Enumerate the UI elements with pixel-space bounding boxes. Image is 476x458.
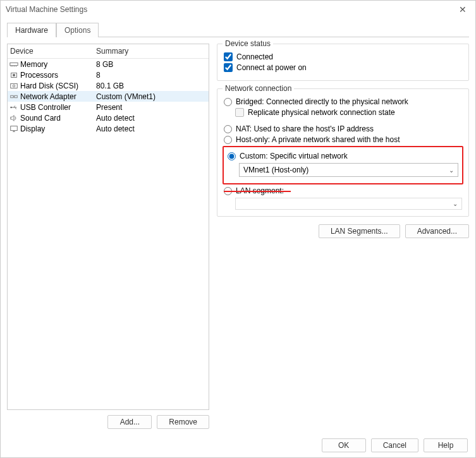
device-summary: 80.1 GB: [96, 81, 124, 90]
custom-label: Custom: Specific virtual network: [240, 152, 348, 160]
chevron-down-icon: ⌄: [449, 167, 454, 174]
sound-icon: [9, 114, 19, 123]
memory-icon: [9, 60, 19, 69]
device-summary: 8 GB: [96, 60, 113, 69]
device-name: Memory: [20, 60, 96, 69]
chevron-down-icon: ⌄: [453, 200, 458, 207]
device-name: Hard Disk (SCSI): [20, 81, 96, 90]
cancel-button[interactable]: Cancel: [371, 438, 418, 452]
device-row-sound[interactable]: Sound Card Auto detect: [8, 112, 209, 123]
device-name: Sound Card: [20, 114, 96, 123]
device-row-memory[interactable]: Memory 8 GB: [8, 59, 209, 69]
device-status-group: Device status Connected Connect at power…: [217, 44, 469, 81]
svg-marker-16: [11, 115, 14, 121]
lansegment-label: LAN segment:: [236, 186, 284, 195]
replicate-label: Replicate physical network connection st…: [248, 108, 395, 117]
device-row-harddisk[interactable]: Hard Disk (SCSI) 80.1 GB: [8, 80, 209, 91]
replicate-checkbox: [235, 108, 244, 117]
help-button[interactable]: Help: [424, 438, 468, 452]
custom-vmnet-value: VMnet1 (Host-only): [243, 166, 308, 174]
hostonly-radio[interactable]: [224, 136, 232, 144]
custom-vmnet-dropdown[interactable]: VMnet1 (Host-only) ⌄: [239, 163, 458, 177]
bridged-label: Bridged: Connected directly to the physi…: [236, 97, 408, 106]
nat-radio[interactable]: [224, 125, 232, 133]
svg-rect-9: [11, 95, 13, 98]
device-list: Device Summary Memory 8 GB Processors 8 …: [7, 44, 209, 410]
device-row-network[interactable]: Network Adapter Custom (VMnet1): [8, 91, 209, 102]
device-name: Processors: [20, 71, 96, 80]
custom-radio[interactable]: [228, 152, 236, 160]
lan-segments-button[interactable]: LAN Segments...: [319, 224, 400, 238]
tab-options[interactable]: Options: [56, 23, 99, 37]
svg-point-8: [13, 85, 15, 87]
device-row-processors[interactable]: Processors 8: [8, 69, 209, 80]
cpu-icon: [9, 71, 19, 80]
svg-rect-6: [13, 74, 15, 76]
device-header-device: Device: [8, 47, 96, 56]
nat-label: NAT: Used to share the host's IP address: [236, 124, 374, 133]
custom-highlight: Custom: Specific virtual network VMnet1 …: [223, 146, 463, 184]
device-summary: 8: [96, 71, 101, 80]
device-summary: Auto detect: [96, 124, 135, 133]
lansegment-dropdown: ⌄: [235, 198, 462, 210]
device-row-usb[interactable]: USB Controller Present: [8, 102, 209, 112]
close-icon[interactable]: ✕: [450, 4, 475, 15]
svg-rect-0: [10, 63, 18, 65]
advanced-button[interactable]: Advanced...: [405, 224, 469, 238]
network-connection-legend: Network connection: [223, 84, 294, 93]
window-title: Virtual Machine Settings: [6, 5, 87, 14]
device-status-legend: Device status: [223, 39, 273, 48]
network-icon: [9, 92, 19, 101]
connect-power-checkbox[interactable]: [224, 63, 233, 72]
connected-label: Connected: [236, 52, 273, 61]
disk-icon: [9, 81, 19, 90]
device-name: USB Controller: [20, 103, 96, 112]
svg-rect-10: [15, 95, 17, 98]
lansegment-radio[interactable]: [224, 187, 232, 195]
device-summary: Custom (VMnet1): [96, 92, 156, 101]
bridged-radio[interactable]: [224, 98, 232, 106]
add-button[interactable]: Add...: [107, 415, 152, 429]
svg-rect-17: [11, 126, 18, 130]
tab-hardware[interactable]: Hardware: [7, 23, 56, 37]
device-summary: Present: [96, 103, 122, 112]
connected-checkbox[interactable]: [224, 52, 233, 61]
display-icon: [9, 124, 19, 133]
device-header-summary: Summary: [96, 47, 209, 56]
remove-button[interactable]: Remove: [157, 415, 209, 429]
device-name: Display: [20, 124, 96, 133]
device-row-display[interactable]: Display Auto detect: [8, 123, 209, 134]
device-summary: Auto detect: [96, 114, 135, 123]
ok-button[interactable]: OK: [322, 438, 366, 452]
usb-icon: [9, 103, 19, 112]
svg-rect-7: [11, 83, 18, 88]
network-connection-group: Network connection Bridged: Connected di…: [217, 88, 469, 217]
device-name: Network Adapter: [20, 92, 96, 101]
connect-power-label: Connect at power on: [236, 63, 307, 72]
hostonly-label: Host-only: A private network shared with…: [236, 135, 400, 144]
